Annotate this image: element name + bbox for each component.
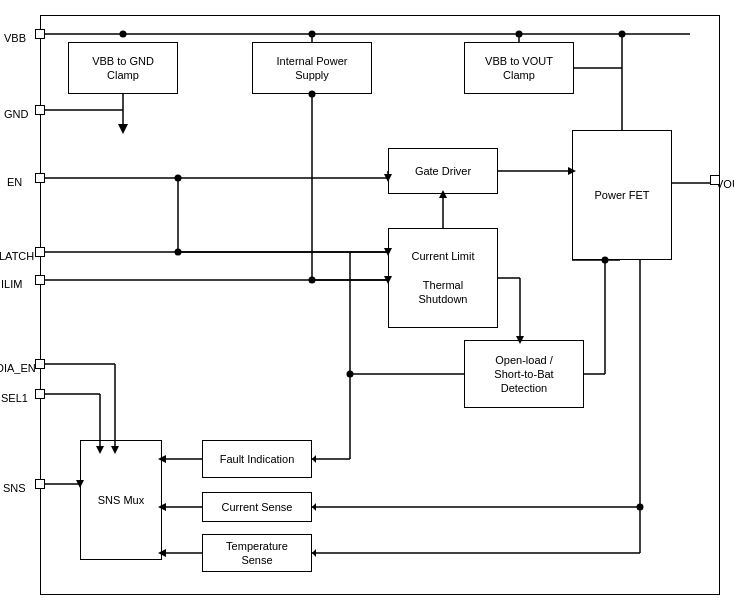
sel1-pin-label: SEL1 <box>1 392 28 404</box>
sns-mux-block: SNS Mux <box>80 440 162 560</box>
sns-terminal <box>35 479 45 489</box>
internal-power-block: Internal Power Supply <box>252 42 372 94</box>
gate-driver-block: Gate Driver <box>388 148 498 194</box>
latch-terminal <box>35 247 45 257</box>
dia-en-pin-label: DIA_EN <box>0 362 36 374</box>
power-fet-block: Power FET <box>572 130 672 260</box>
open-load-block: Open-load / Short-to-Bat Detection <box>464 340 584 408</box>
en-pin-label: EN <box>7 176 22 188</box>
ilim-terminal <box>35 275 45 285</box>
latch-pin-label: LATCH <box>0 250 34 262</box>
current-limit-thermal-block: Current Limit Thermal Shutdown <box>388 228 498 328</box>
current-sense-block: Current Sense <box>202 492 312 522</box>
vbb-pin-label: VBB <box>4 32 26 44</box>
gnd-pin-label: GND <box>4 108 28 120</box>
vbb-terminal <box>35 29 45 39</box>
temperature-sense-block: Temperature Sense <box>202 534 312 572</box>
gnd-terminal <box>35 105 45 115</box>
sel1-terminal <box>35 389 45 399</box>
fault-indication-block: Fault Indication <box>202 440 312 478</box>
vout-terminal <box>710 175 720 185</box>
sns-pin-label: SNS <box>3 482 26 494</box>
dia-en-terminal <box>35 359 45 369</box>
vbb-gnd-clamp-block: VBB to GND Clamp <box>68 42 178 94</box>
ilim-pin-label: ILIM <box>1 278 22 290</box>
vbb-vout-clamp-block: VBB to VOUT Clamp <box>464 42 574 94</box>
en-terminal <box>35 173 45 183</box>
diagram-container: VBB GND EN LATCH ILIM DIA_EN SEL1 SNS VO… <box>0 0 734 612</box>
